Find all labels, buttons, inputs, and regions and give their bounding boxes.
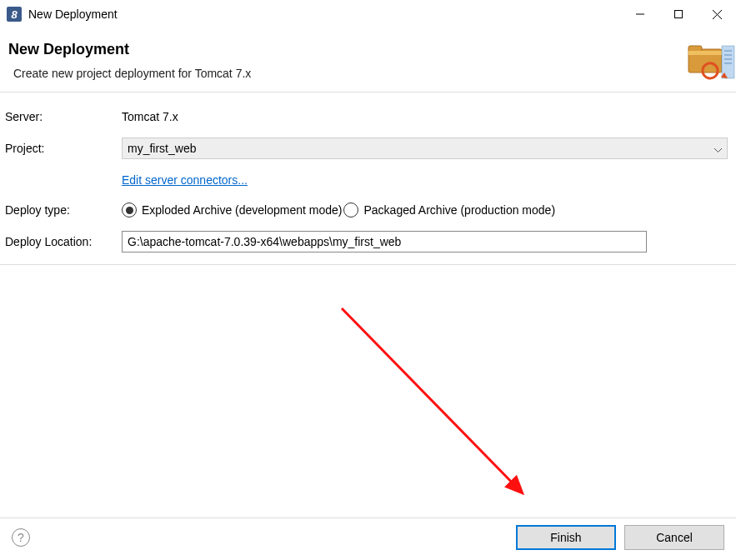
deploy-location-label: Deploy Location: [5,235,122,248]
help-icon: ? [18,531,24,544]
server-label: Server: [5,110,122,123]
server-value: Tomcat 7.x [122,110,728,123]
project-label: Project: [5,142,122,155]
radio-selected-icon [122,202,137,218]
form-section: Server: Tomcat 7.x Project: my_first_web… [0,92,736,265]
edit-connectors-link[interactable]: Edit server connectors... [122,173,248,187]
close-button[interactable] [698,0,736,29]
deploy-type-label: Deploy type: [5,203,122,217]
deployment-icon [684,39,736,81]
app-icon: 8 [7,7,22,22]
svg-rect-5 [688,46,702,52]
header-title: New Deployment [8,41,728,58]
svg-rect-1 [675,11,683,18]
maximize-button[interactable] [659,0,698,29]
window-title: New Deployment [28,8,118,21]
cancel-button[interactable]: Cancel [624,525,724,550]
deploy-type-packaged-radio[interactable]: Packaged Archive (production mode) [343,202,555,218]
minimize-button[interactable] [621,0,659,29]
svg-rect-6 [688,51,722,55]
wizard-footer: ? Finish Cancel [0,518,736,560]
deploy-type-exploded-label: Exploded Archive (development mode) [142,203,342,217]
radio-unselected-icon [343,202,358,218]
help-button[interactable]: ? [12,528,30,547]
svg-line-12 [342,308,521,492]
chevron-down-icon [714,142,722,155]
annotation-arrow [333,300,558,508]
wizard-header: New Deployment Create new project deploy… [0,29,736,92]
finish-button[interactable]: Finish [516,525,616,550]
deploy-location-input[interactable] [122,231,647,252]
title-bar: 8 New Deployment [0,0,736,29]
project-select[interactable]: my_first_web [122,138,728,159]
project-selected-value: my_first_web [128,142,196,155]
deploy-type-packaged-label: Packaged Archive (production mode) [363,203,555,217]
deploy-type-exploded-radio[interactable]: Exploded Archive (development mode) [122,202,342,218]
header-description: Create new project deployment for Tomcat… [13,67,728,80]
window-controls [621,0,736,29]
